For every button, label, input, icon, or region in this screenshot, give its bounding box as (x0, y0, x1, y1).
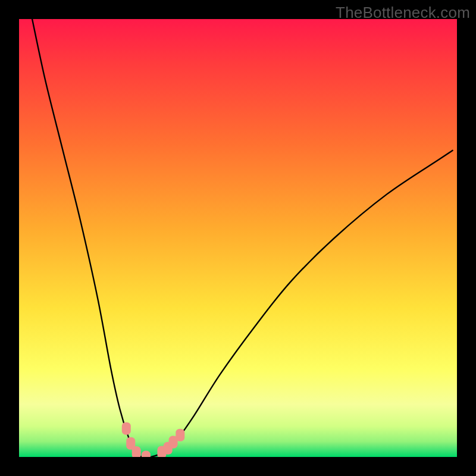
curve-marker (176, 429, 184, 441)
curve-marker (132, 446, 141, 457)
curve-marker (122, 422, 131, 435)
chart-svg (19, 19, 457, 457)
outer-frame: TheBottleneck.com (0, 0, 476, 476)
plot-area (19, 19, 457, 457)
